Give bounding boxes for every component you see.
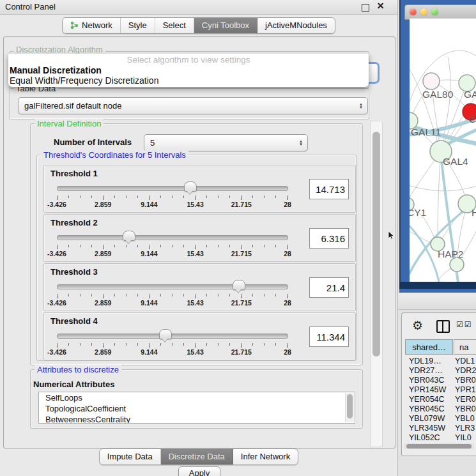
tab-label: Style — [128, 20, 147, 30]
node-bottom[interactable] — [450, 257, 464, 272]
threshold-4-slider[interactable] — [57, 328, 287, 342]
tab-jactivemnodules[interactable]: jActiveMNodules — [257, 18, 335, 33]
numerical-attributes-list[interactable]: SelfLoops TopologicalCoefficient Between… — [38, 392, 355, 424]
tab-label: jActiveMNodules — [265, 20, 327, 30]
interval-definition-title: Interval Definition — [35, 119, 104, 128]
node-label-c: C — [469, 114, 476, 125]
threshold-2-panel: Threshold 2 -3.426 2.859 9.144 15.43 21.… — [43, 214, 356, 262]
table-row[interactable]: YDR27…YDR2 — [405, 366, 476, 376]
float-window-icon[interactable] — [362, 4, 369, 12]
slider-track[interactable] — [57, 334, 288, 339]
table-data-combobox[interactable]: galFiltered.sif default node ▲▼ — [18, 97, 368, 114]
threshold-1-slider[interactable] — [57, 181, 287, 195]
table-row[interactable]: YIL052CYIL0 — [405, 433, 476, 441]
table-row[interactable]: YPR145WYPR1 — [405, 385, 476, 395]
threshold-4-panel: Threshold 4 -3.426 2.859 9.144 15.43 21.… — [43, 312, 356, 360]
cell: YDL19… — [409, 357, 441, 365]
node-gal80[interactable] — [423, 73, 440, 89]
node-label-gal4: GAL4 — [443, 156, 468, 167]
threshold-3-label: Threshold 3 — [50, 267, 98, 277]
slider-thumb[interactable] — [184, 181, 197, 192]
tab-label: Select — [163, 20, 186, 30]
tab-network[interactable]: Network — [63, 18, 121, 33]
threshold-2-slider[interactable] — [57, 230, 287, 244]
minimize-traffic-light-icon[interactable] — [420, 8, 427, 15]
cell: YLR345W — [409, 424, 445, 433]
tab-cyni-toolbox[interactable]: Cyni Toolbox — [194, 18, 257, 33]
algorithm-popup-hint: Select algorithm to view settings — [8, 55, 369, 65]
threshold-1-value[interactable]: 14.713 — [309, 179, 349, 199]
tick-label: 21.715 — [231, 250, 252, 257]
table-row[interactable]: YBL079WYBL0 — [405, 414, 476, 424]
slider-thumb[interactable] — [123, 231, 135, 241]
cell: YPR1 — [455, 385, 476, 394]
content-scrollbar-thumb[interactable] — [372, 132, 380, 357]
tick-label: 21.715 — [231, 201, 252, 208]
tick-label: -3.426 — [47, 348, 66, 356]
slider-track[interactable] — [57, 284, 288, 289]
slider-thumb[interactable] — [159, 329, 172, 339]
table-row[interactable]: YLR345WYLR3 — [405, 424, 476, 433]
tick-label: 2.859 — [95, 250, 111, 257]
threshold-2-value[interactable]: 6.316 — [309, 228, 349, 249]
network-canvas[interactable]: GAL80 GA C GAL11 GAL4 GCY1 H HAP2 — [410, 19, 476, 282]
node-label-hap2: HAP2 — [438, 249, 464, 259]
control-panel-titlebar: Control Panel ✕ — [0, 0, 397, 15]
cell: YPR145W — [409, 385, 446, 394]
list-item[interactable]: TopologicalCoefficient — [39, 403, 355, 414]
table-column-header-shared[interactable]: shared… — [405, 339, 453, 355]
list-scrollbar[interactable] — [345, 393, 354, 422]
list-item[interactable]: BetweennessCentrality — [39, 414, 355, 424]
threshold-3-slider[interactable] — [57, 279, 287, 293]
number-of-intervals-label: Number of Intervals — [54, 137, 132, 147]
threshold-3-value[interactable]: 21.4 — [309, 277, 349, 298]
attributes-group-title: Attributes to discretize — [35, 365, 121, 374]
split-view-icon[interactable] — [436, 320, 450, 333]
threshold-2-label: Threshold 2 — [50, 218, 98, 227]
threshold-1-panel: Threshold 1 -3.426 2.859 9.144 15.43 21.… — [43, 165, 356, 213]
cell: YLR3 — [455, 424, 475, 433]
table-panel-titlebar: Table Panel — [398, 293, 476, 310]
tab-select[interactable]: Select — [155, 18, 194, 33]
tab-infer-network[interactable]: Infer Network — [233, 449, 298, 464]
slider-track[interactable] — [57, 235, 288, 240]
table-row[interactable]: YBR043CYBR0 — [405, 376, 476, 385]
table-column-header-name[interactable]: na — [454, 339, 476, 355]
algorithm-dropdown-popup: Select algorithm to view settings Manual… — [8, 54, 369, 87]
apply-button[interactable]: Apply — [178, 466, 220, 476]
tab-impute-data[interactable]: Impute Data — [100, 449, 161, 464]
table-row[interactable]: YBR045CYBR0 — [405, 404, 476, 414]
list-scrollbar-thumb[interactable] — [347, 394, 353, 418]
slider-thumb[interactable] — [233, 280, 245, 290]
tick-label: 28 — [284, 299, 291, 307]
node-label-gal11: GAL11 — [411, 127, 441, 137]
threshold-4-label: Threshold 4 — [50, 316, 98, 326]
threshold-4-value[interactable]: 11.344 — [309, 326, 349, 347]
tick-label: 15.43 — [187, 201, 203, 208]
node-label-gal80: GAL80 — [422, 89, 454, 100]
cell: YER0 — [455, 395, 476, 404]
cell: YBR0 — [455, 376, 476, 385]
tab-discretize-data[interactable]: Discretize Data — [161, 449, 233, 464]
tab-label: Cyni Toolbox — [202, 20, 249, 30]
slider-track[interactable] — [57, 186, 288, 191]
close-traffic-light-icon[interactable] — [410, 8, 417, 15]
popup-option-equal-width-frequency[interactable]: Equal Width/Frequency Discretization — [10, 75, 367, 86]
tick-label: 9.144 — [141, 348, 157, 356]
table-row[interactable]: YDL19…YDL1 — [405, 357, 476, 366]
close-icon[interactable]: ✕ — [376, 2, 385, 10]
gear-icon[interactable]: ⚙ — [412, 318, 423, 333]
checkbox-icons[interactable]: ☑☑ — [456, 320, 473, 329]
zoom-traffic-light-icon[interactable] — [431, 8, 438, 15]
tick-label: -3.426 — [47, 250, 66, 257]
list-item[interactable]: SelfLoops — [39, 392, 355, 403]
bottom-tab-bar: Impute Data Discretize Data Infer Networ… — [0, 449, 397, 465]
tab-style[interactable]: Style — [121, 18, 155, 33]
tick-label: 9.144 — [141, 201, 157, 208]
table-horizontal-scrollbar-thumb[interactable] — [406, 444, 472, 449]
slider-ticks — [57, 294, 288, 298]
cell: YDR2 — [455, 366, 476, 375]
number-of-intervals-combobox[interactable]: 5 ▲▼ — [144, 134, 308, 151]
table-row[interactable]: YER054CYER0 — [405, 395, 476, 404]
popup-option-manual-discretization[interactable]: Manual Discretization — [10, 65, 367, 75]
